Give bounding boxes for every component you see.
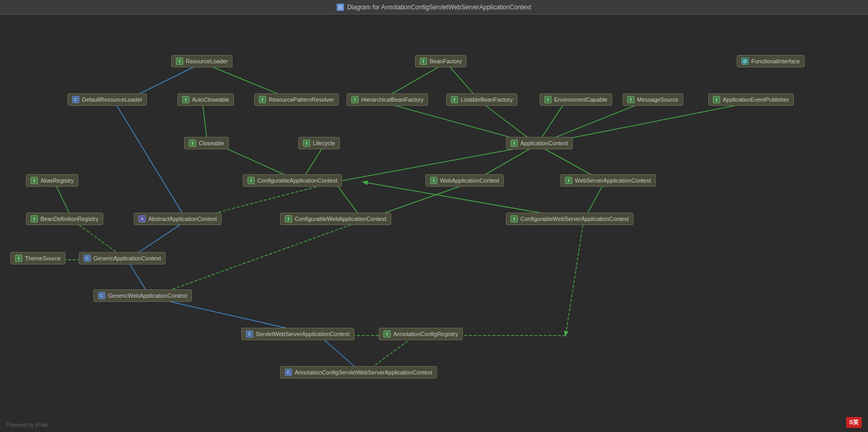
diagram-title-icon: ⊞ <box>337 4 344 11</box>
interface-icon: I <box>247 177 255 184</box>
diagram-title: Diagram for AnnotationConfigServletWebSe… <box>347 4 531 11</box>
node-WebApplicationContext[interactable]: I WebApplicationContext <box>425 174 504 187</box>
class-icon: C <box>84 255 91 262</box>
node-label: BeanDefinitionRegistry <box>40 216 99 222</box>
class-icon: C <box>72 96 79 103</box>
node-label: WebServerApplicationContext <box>575 177 651 184</box>
svg-line-29 <box>566 220 584 336</box>
node-AbstractApplicationContext[interactable]: A AbstractApplicationContext <box>134 213 222 225</box>
footer: Powered by yFiles <box>6 422 49 428</box>
node-label: MessageSource <box>637 96 679 103</box>
node-ResourceLoader[interactable]: I ResourceLoader <box>171 55 232 67</box>
node-label: ConfigurableWebServerApplicationContext <box>520 216 629 222</box>
interface-icon: I <box>544 96 552 103</box>
node-ConfigurableWebApplicationContext[interactable]: I ConfigurableWebApplicationContext <box>280 213 391 225</box>
node-WebServerApplicationContext[interactable]: I WebServerApplicationContext <box>560 174 656 187</box>
interface-icon: I <box>285 215 292 222</box>
interface-icon: I <box>565 177 572 184</box>
svg-line-17 <box>114 101 187 220</box>
node-label: ConfigurableWebApplicationContext <box>295 216 387 222</box>
node-HierarchicalBeanFactory[interactable]: I HierarchicalBeanFactory <box>347 93 428 106</box>
node-label: Closeable <box>199 140 224 146</box>
diagram-area[interactable]: I ResourceLoader I BeanFactory @ Functio… <box>0 15 868 432</box>
node-label: AnnotationConfigRegistry <box>393 331 458 337</box>
class-icon: C <box>285 369 292 376</box>
interface-icon: I <box>451 96 458 103</box>
node-label: AutoCloseable <box>192 96 229 103</box>
node-BeanDefinitionRegistry[interactable]: I BeanDefinitionRegistry <box>26 213 103 225</box>
node-AnnotationConfigServletWebServerApplicationContext[interactable]: C AnnotationConfigServletWebServerApplic… <box>280 366 437 379</box>
interface-icon: I <box>420 58 427 65</box>
node-GenericWebApplicationContext[interactable]: C GenericWebApplicationContext <box>93 289 192 302</box>
node-ConfigurableApplicationContext[interactable]: I ConfigurableApplicationContext <box>243 174 342 187</box>
node-label: ServletWebServerApplicationContext <box>256 331 350 337</box>
node-label: ApplicationEventPublisher <box>723 96 789 103</box>
node-GenericApplicationContext[interactable]: C GenericApplicationContext <box>79 252 166 264</box>
node-AutoCloseable[interactable]: I AutoCloseable <box>177 93 234 106</box>
interface-icon: I <box>259 96 266 103</box>
interface-icon: I <box>430 177 437 184</box>
node-label: GenericApplicationContext <box>93 255 161 261</box>
node-label: ResourceLoader <box>186 58 228 64</box>
interface-icon: I <box>31 177 38 184</box>
node-label: DefaultResourceLoader <box>82 96 142 103</box>
annotation-icon: @ <box>741 58 749 65</box>
node-ServletWebServerApplicationContext[interactable]: C ServletWebServerApplicationContext <box>241 328 354 340</box>
node-ApplicationContext[interactable]: I ApplicationContext <box>506 137 573 149</box>
node-AliasRegistry[interactable]: I AliasRegistry <box>26 174 78 187</box>
node-ThemeSource[interactable]: I ThemeSource <box>10 252 65 264</box>
class-icon: C <box>246 330 253 338</box>
node-label: Lifecycle <box>313 140 335 146</box>
node-MessageSource[interactable]: I MessageSource <box>623 93 683 106</box>
class-icon: C <box>98 292 105 299</box>
interface-icon: I <box>189 140 196 147</box>
node-DefaultResourceLoader[interactable]: C DefaultResourceLoader <box>67 93 147 106</box>
interface-icon: I <box>15 255 22 262</box>
node-label: HierarchicalBeanFactory <box>361 96 423 103</box>
interface-icon: I <box>182 96 189 103</box>
node-Closeable[interactable]: I Closeable <box>184 137 229 149</box>
abstract-icon: A <box>139 215 146 222</box>
node-label: AliasRegistry <box>40 177 74 184</box>
interface-icon: I <box>303 140 310 147</box>
node-ListableBeanFactory[interactable]: I ListableBeanFactory <box>446 93 517 106</box>
node-label: FunctionalInterface <box>751 58 800 64</box>
node-label: AbstractApplicationContext <box>148 216 217 222</box>
node-label: EnvironmentCapable <box>554 96 608 103</box>
interface-icon: I <box>627 96 635 103</box>
interface-icon: I <box>383 330 391 338</box>
node-ResourcePatternResolver[interactable]: I ResourcePatternResolver <box>254 93 339 106</box>
node-BeanFactory[interactable]: I BeanFactory <box>415 55 466 67</box>
interface-icon: I <box>176 58 183 65</box>
node-label: WebApplicationContext <box>440 177 499 184</box>
interface-icon: I <box>511 215 518 222</box>
node-label: ResourcePatternResolver <box>269 96 334 103</box>
node-label: ListableBeanFactory <box>461 96 513 103</box>
node-label: GenericWebApplicationContext <box>108 292 187 299</box>
node-label: ApplicationContext <box>520 140 568 146</box>
interface-icon: I <box>511 140 518 147</box>
node-label: BeanFactory <box>430 58 462 64</box>
node-AnnotationConfigRegistry[interactable]: I AnnotationConfigRegistry <box>379 328 463 340</box>
interface-icon: I <box>31 215 38 222</box>
interface-icon: I <box>713 96 720 103</box>
node-ApplicationEventPublisher[interactable]: I ApplicationEventPublisher <box>708 93 794 106</box>
node-label: ConfigurableApplicationContext <box>257 177 337 184</box>
node-Lifecycle[interactable]: I Lifecycle <box>298 137 340 149</box>
logo: S英 <box>846 417 862 428</box>
node-label: ThemeSource <box>25 255 61 261</box>
node-EnvironmentCapable[interactable]: I EnvironmentCapable <box>540 93 612 106</box>
node-FunctionalInterface[interactable]: @ FunctionalInterface <box>737 55 805 67</box>
svg-line-26 <box>150 220 363 297</box>
node-ConfigurableWebServerApplicationContext[interactable]: I ConfigurableWebServerApplicationContex… <box>506 213 633 225</box>
title-bar: ⊞ Diagram for AnnotationConfigServletWeb… <box>0 0 868 15</box>
node-label: AnnotationConfigServletWebServerApplicat… <box>295 369 432 375</box>
interface-icon: I <box>351 96 359 103</box>
